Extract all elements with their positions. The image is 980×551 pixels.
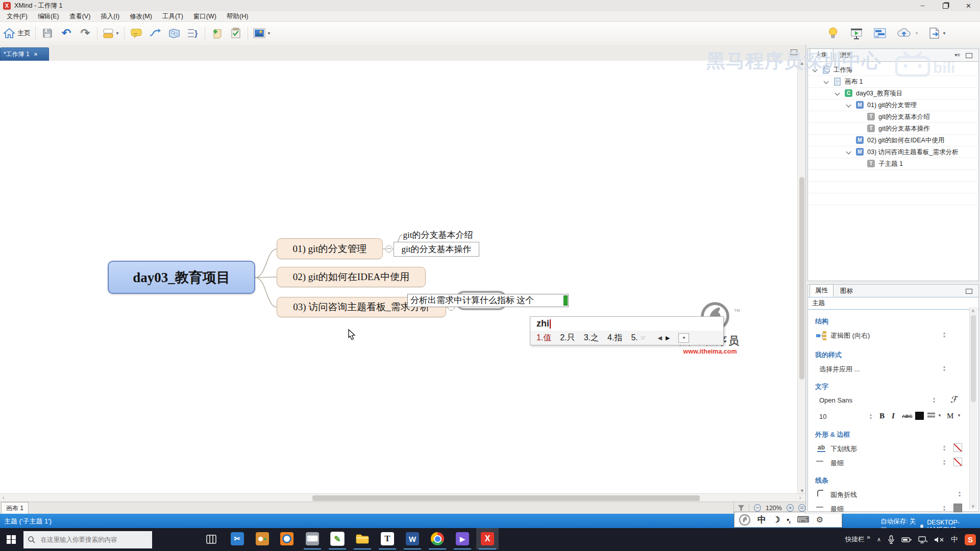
zoom-out-button[interactable]: −	[754, 504, 761, 512]
tips-button[interactable]	[826, 24, 840, 42]
properties-scroll-thumb[interactable]	[971, 315, 976, 402]
horizontal-scrollbar[interactable]: ‹ ›	[0, 493, 805, 502]
zoom-reset-button[interactable]: =	[798, 504, 805, 512]
taskbar-app-capture[interactable]	[251, 528, 274, 549]
topic-text-editor[interactable]: 分析出需求中计算什么指标 这个	[407, 294, 569, 307]
volume-muted-icon[interactable]	[934, 536, 944, 543]
font-picker-icon[interactable]: ℱ	[950, 394, 957, 405]
insert-topic-button[interactable]: ▼	[102, 24, 119, 42]
tray-hidden-icons-chevron[interactable]: ∧	[877, 536, 881, 543]
chevron-down-icon[interactable]	[835, 91, 840, 96]
spinner-icon[interactable]: ▴▾	[942, 505, 947, 512]
chevron-down-icon[interactable]	[824, 79, 829, 84]
collapse-toggle-01[interactable]	[385, 245, 393, 253]
restore-button[interactable]	[934, 0, 957, 11]
close-button[interactable]: ✕	[957, 0, 980, 11]
new-sheet-button[interactable]	[210, 24, 224, 42]
spinner-icon[interactable]: ▴▾	[942, 444, 947, 452]
export-button[interactable]: ▼	[928, 24, 946, 42]
taskbar-app-recorder[interactable]: ⌨	[301, 528, 324, 549]
sheet-tab-canvas1[interactable]: 画布 1	[1, 502, 29, 514]
taskbar-search[interactable]	[23, 531, 152, 548]
chevron-down-icon[interactable]	[813, 67, 818, 72]
italic-button[interactable]: I	[892, 412, 895, 420]
outline-item-child2[interactable]: git的分支基本操作	[878, 124, 930, 133]
filter-icon[interactable]	[738, 505, 744, 512]
gantt-button[interactable]	[873, 24, 887, 42]
spinner-icon[interactable]: ▴▾	[932, 396, 937, 404]
horizontal-scroll-thumb[interactable]	[312, 495, 700, 501]
minimize-button[interactable]: ─	[911, 0, 934, 11]
menu-help[interactable]: 帮助(H)	[222, 11, 253, 22]
taskbar-app-chrome[interactable]	[426, 528, 449, 549]
ime-punctuation-icon[interactable]: •,	[787, 516, 790, 524]
presentation-button[interactable]	[849, 24, 864, 42]
shape-value[interactable]: 下划线形	[830, 444, 857, 454]
outline-row[interactable]: T git的分支基本介绍	[808, 111, 977, 123]
menu-edit[interactable]: 编辑(E)	[33, 11, 64, 22]
tab-outline[interactable]: 大纲	[810, 48, 834, 61]
redo-button[interactable]: ↷	[78, 24, 92, 42]
font-color-swatch[interactable]	[915, 412, 924, 420]
properties-scrollbar[interactable]: ∧ ∨	[969, 307, 977, 510]
vertical-scrollbar[interactable]: ▲ ▼	[797, 61, 805, 493]
vertical-scroll-thumb[interactable]	[799, 177, 804, 380]
topic-01-child-2[interactable]: git的分支基本操作	[394, 242, 479, 257]
spinner-icon[interactable]: ▴▾	[942, 365, 947, 372]
scroll-up-icon[interactable]: ∧	[971, 308, 975, 313]
search-input[interactable]	[40, 536, 144, 544]
tab-icons[interactable]: 图标	[835, 285, 858, 297]
network-icon[interactable]	[918, 536, 927, 543]
undo-button[interactable]: ↶	[59, 24, 74, 42]
outline-row[interactable]: M 01) git的分支管理	[808, 99, 977, 111]
save-button[interactable]	[40, 24, 55, 42]
taskbar-app-snipping[interactable]: ✂	[226, 528, 249, 549]
relationship-button[interactable]	[148, 24, 162, 42]
outline-item-workbook[interactable]: 工作簿	[834, 66, 853, 74]
line-style-value[interactable]: 圆角折线	[830, 490, 857, 499]
panel-minimize-icon[interactable]	[966, 289, 972, 294]
mystyle-value[interactable]: 选择并应用 ...	[819, 365, 860, 374]
chevron-down-icon[interactable]	[846, 103, 851, 108]
maximize-editor-icon[interactable]	[791, 49, 797, 55]
topic-02[interactable]: 02) git的如何在IDEA中使用	[277, 267, 426, 287]
task-button[interactable]	[229, 24, 243, 42]
ime-settings-gear-icon[interactable]: ⚙	[816, 515, 823, 524]
structure-value[interactable]: 逻辑图 (向右)	[830, 331, 870, 340]
mindmap-canvas[interactable]: day03_教育项目 01) git的分支管理 git的分支基本介绍 git的分…	[0, 61, 805, 493]
taskbar-app-bandicam[interactable]	[276, 528, 298, 549]
tab-properties[interactable]: 属性	[810, 284, 834, 297]
outline-item-topic02[interactable]: 02) git的如何在IDEA中使用	[867, 136, 944, 145]
chevron-down-icon[interactable]: ▼	[957, 413, 961, 418]
chevron-down-icon[interactable]	[846, 149, 851, 155]
boundary-button[interactable]	[167, 24, 181, 42]
ime-candidate-4[interactable]: 4.指	[607, 333, 622, 343]
outline-item-topic01[interactable]: 01) git的分支管理	[867, 101, 917, 110]
scroll-up-icon[interactable]: ▲	[800, 61, 804, 66]
topic-01-child-1[interactable]: git的分支基本介绍	[402, 229, 474, 240]
tray-more-label[interactable]: »	[867, 534, 870, 541]
tray-ime-lang[interactable]: 中	[951, 535, 958, 544]
bold-button[interactable]: B	[879, 412, 885, 420]
line-color-swatch[interactable]	[953, 504, 962, 512]
scroll-right-icon[interactable]: ›	[799, 495, 801, 500]
spinner-icon[interactable]: ▴▾	[942, 459, 947, 466]
outline-item-sheet1[interactable]: 画布 1	[845, 78, 863, 86]
microphone-icon[interactable]	[888, 535, 895, 544]
scroll-left-icon[interactable]: ‹	[3, 495, 4, 500]
taskbar-app-player[interactable]: ▶	[451, 528, 474, 549]
ime-candidate-5[interactable]: 5.	[631, 333, 638, 342]
tray-quickbar-label[interactable]: 快捷栏	[845, 535, 865, 544]
cloud-upload-button[interactable]: ▼	[896, 24, 919, 42]
shape-color-none-swatch[interactable]	[953, 458, 962, 466]
home-button[interactable]: 主页	[3, 24, 31, 42]
ime-softkeyboard-icon[interactable]: ⌨	[797, 514, 810, 525]
border-color-none-swatch[interactable]	[953, 443, 962, 452]
shape-width-value[interactable]: 最细	[830, 459, 844, 468]
zoom-in-button[interactable]: +	[787, 504, 794, 512]
panel-menu-icon[interactable]: ▾≡	[954, 52, 960, 58]
task-view-icon[interactable]	[206, 535, 216, 544]
outline-row[interactable]: C day03_教育项目	[808, 88, 977, 99]
comment-button[interactable]: ...	[129, 24, 143, 42]
spinner-icon[interactable]: ▴▾	[868, 413, 873, 420]
